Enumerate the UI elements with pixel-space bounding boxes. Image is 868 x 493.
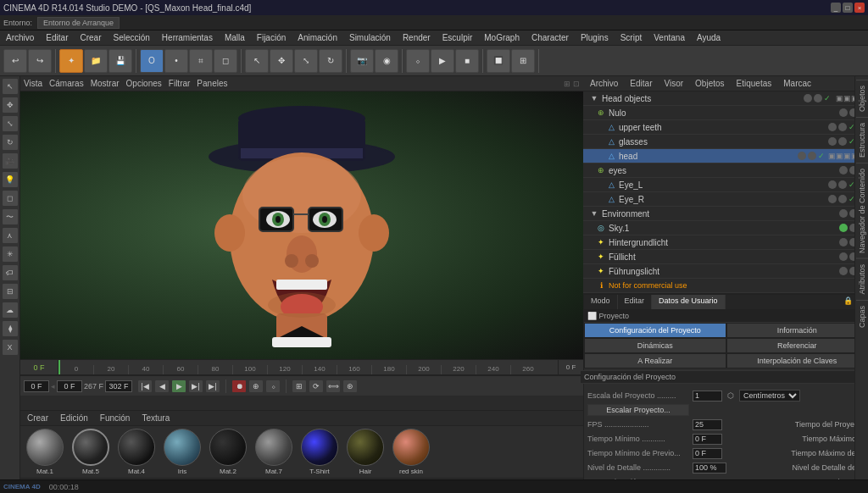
lt-deform[interactable]: ⋏ <box>2 227 19 244</box>
material-iris[interactable]: Iris <box>161 429 203 475</box>
open-button[interactable]: 📁 <box>84 49 108 73</box>
obj-glasses[interactable]: △ glasses ✓ ▣ <box>583 135 868 149</box>
menu-herramientas[interactable]: Herramientas <box>159 32 215 43</box>
menu-crear[interactable]: Crear <box>77 32 103 43</box>
material-mat1[interactable]: Mat.1 <box>24 429 66 475</box>
viewport-canvas[interactable] <box>20 91 583 359</box>
rtab-objetos[interactable]: Objetos <box>856 80 868 117</box>
fps-input[interactable] <box>693 419 722 430</box>
vp-menu-mostrar[interactable]: Mostrar <box>91 79 120 88</box>
vp-menu-filtrar[interactable]: Filtrar <box>169 79 191 88</box>
om-tab-visor[interactable]: Visor <box>660 78 687 89</box>
lt-select[interactable]: ↖ <box>2 78 19 95</box>
menu-editar[interactable]: Editar <box>43 32 70 43</box>
start-frame-input[interactable] <box>57 380 82 392</box>
rtab-nav-contenido[interactable]: Navegador de Contenido <box>856 163 868 258</box>
anim-stop[interactable]: ■ <box>455 49 479 73</box>
scale-tool[interactable]: ⤡ <box>294 49 318 73</box>
vis-dot[interactable] <box>839 108 848 117</box>
tmin-input[interactable] <box>693 434 722 445</box>
lt-morph[interactable]: ⧫ <box>2 320 19 337</box>
mat-tab-crear[interactable]: Crear <box>24 413 52 424</box>
vis-dot[interactable] <box>839 209 848 218</box>
mode-object[interactable]: O <box>140 49 164 73</box>
vis-dot[interactable] <box>839 238 848 246</box>
lt-scale[interactable]: ⤡ <box>2 115 19 132</box>
rtab-atributos[interactable]: Atributos <box>856 258 868 300</box>
minimize-button[interactable]: _ <box>831 3 841 13</box>
key-btn[interactable]: ⬦ <box>265 379 281 393</box>
obj-upper-teeth[interactable]: △ upper teeth ✓ ▣ <box>583 120 868 135</box>
escala-input[interactable] <box>693 391 722 402</box>
attr-tab-datos[interactable]: Datos de Usuario <box>652 295 726 309</box>
a-realizar-btn[interactable]: A Realizar <box>584 353 726 368</box>
menu-seleccion[interactable]: Selección <box>111 32 153 43</box>
vis-dot[interactable] <box>839 166 848 174</box>
attr-tab-editar[interactable]: Editar <box>618 295 653 309</box>
menu-mograph[interactable]: MoGraph <box>481 32 522 43</box>
tprev-input[interactable] <box>693 448 722 459</box>
lt-obj[interactable]: ◻ <box>2 190 19 207</box>
material-mat2[interactable]: Mat.2 <box>207 429 249 475</box>
config-proyecto-btn[interactable]: Configuración del Proyecto <box>584 323 726 338</box>
obj-head-objects[interactable]: ▼ Head objects ✓ ▣▣▣▣ <box>583 91 868 106</box>
check-icon[interactable]: ✓ <box>818 152 825 160</box>
render-dot[interactable] <box>838 123 847 131</box>
menu-script[interactable]: Script <box>618 32 645 43</box>
rtab-capas[interactable]: Capas <box>856 300 868 333</box>
menu-plugins[interactable]: Plugins <box>578 32 611 43</box>
vis-dot[interactable] <box>828 137 837 146</box>
render-dot[interactable] <box>808 152 816 160</box>
viewport[interactable]: Vista Cámaras Mostrar Opciones Filtrar P… <box>20 76 583 359</box>
lt-rotate[interactable]: ↻ <box>2 134 19 151</box>
lt-light[interactable]: 💡 <box>2 171 19 188</box>
mat-tab-textura[interactable]: Textura <box>138 413 173 424</box>
maximize-button[interactable]: □ <box>843 3 853 13</box>
obj-environment[interactable]: ▼ Environment ✓ <box>583 207 868 221</box>
material-mat4[interactable]: Mat.4 <box>115 429 158 475</box>
escala-unit-select[interactable]: Centímetros <box>739 390 800 402</box>
obj-fuhrungslicht[interactable]: ✦ Führungslicht ✓ <box>583 264 868 279</box>
menu-archivo[interactable]: Archivo <box>3 32 36 43</box>
snap-btn[interactable]: 🔲 <box>487 49 510 73</box>
attr-tab-modo[interactable]: Modo <box>584 295 618 309</box>
anim-key[interactable]: ⬦ <box>406 49 430 73</box>
play-btn[interactable]: ▶ <box>171 379 186 393</box>
lt-curve[interactable]: 〜 <box>2 208 19 225</box>
lt-sky[interactable]: ☁ <box>2 302 19 319</box>
referenciar-btn[interactable]: Referenciar <box>726 338 869 353</box>
lt-camera[interactable]: 🎥 <box>2 152 19 169</box>
select-tool[interactable]: ↖ <box>245 49 269 73</box>
tc-snap[interactable]: ⊞ <box>292 379 307 393</box>
move-tool[interactable]: ✥ <box>270 49 293 73</box>
step-back-btn[interactable]: ◀ <box>154 379 170 393</box>
dinamicas-btn[interactable]: Dinámicas <box>584 338 726 353</box>
mode-edges[interactable]: ⌗ <box>189 49 213 73</box>
rtab-estructura[interactable]: Estructura <box>856 117 868 163</box>
new-button[interactable]: ✦ <box>59 49 83 73</box>
vp-menu-opciones[interactable]: Opciones <box>126 79 162 88</box>
om-tab-etiquetas[interactable]: Etiquetas <box>733 78 776 89</box>
om-tab-objetos[interactable]: Objetos <box>692 78 727 89</box>
record-btn[interactable]: ⏺ <box>231 379 247 393</box>
menu-animacion[interactable]: Animación <box>295 32 340 43</box>
goto-end-btn[interactable]: ▶| <box>205 379 220 393</box>
obj-hintergrundlicht[interactable]: ✦ Hintergrundlicht ✓ <box>583 235 868 250</box>
vis-dot[interactable] <box>839 252 848 261</box>
material-tshirt[interactable]: T-Shirt <box>298 429 341 475</box>
vis-dot[interactable] <box>804 94 812 102</box>
material-hair[interactable]: Hair <box>344 429 387 475</box>
menu-simulacion[interactable]: Simulación <box>347 32 393 43</box>
lt-tag[interactable]: 🏷 <box>2 264 19 281</box>
render-btn[interactable]: ◉ <box>375 49 398 73</box>
menu-malla[interactable]: Malla <box>222 32 248 43</box>
menu-character[interactable]: Character <box>529 32 571 43</box>
end-frame-input[interactable] <box>105 380 132 392</box>
obj-head[interactable]: △ head ✓ ▣▣▣▣▣ <box>583 149 868 163</box>
mode-polygons[interactable]: ◻ <box>214 49 237 73</box>
obj-not-commercial[interactable]: ℹ Not for commercial use <box>583 279 868 293</box>
redo-button[interactable]: ↪ <box>28 49 52 73</box>
close-button[interactable]: × <box>854 3 865 13</box>
mat-tab-edicion[interactable]: Edición <box>57 413 92 424</box>
render-dot[interactable] <box>814 94 822 102</box>
